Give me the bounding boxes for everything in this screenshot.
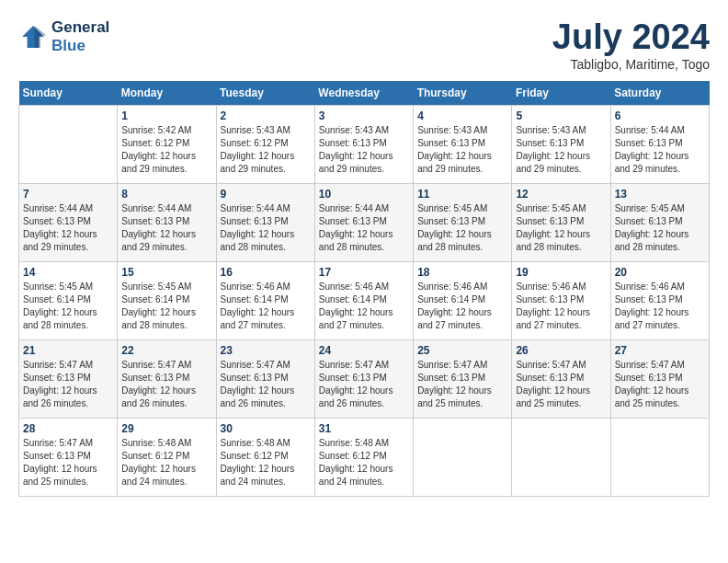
calendar-table: SundayMondayTuesdayWednesdayThursdayFrid… [18, 81, 710, 497]
day-number: 21 [23, 344, 113, 357]
calendar-cell: 29Sunrise: 5:48 AMSunset: 6:12 PMDayligh… [118, 418, 216, 496]
cell-info: Sunrise: 5:45 AMSunset: 6:13 PMDaylight:… [516, 202, 606, 254]
calendar-cell: 26Sunrise: 5:47 AMSunset: 6:13 PMDayligh… [512, 339, 610, 418]
logo-text: General Blue [51, 18, 109, 55]
day-number: 17 [319, 266, 409, 279]
month-title: July 2024 [552, 18, 710, 57]
cell-info: Sunrise: 5:47 AMSunset: 6:13 PMDaylight:… [221, 359, 311, 410]
day-number: 9 [221, 188, 311, 201]
day-number: 3 [319, 109, 409, 122]
calendar-cell: 13Sunrise: 5:45 AMSunset: 6:13 PMDayligh… [610, 183, 709, 261]
cell-info: Sunrise: 5:47 AMSunset: 6:13 PMDaylight:… [615, 359, 705, 410]
calendar-cell: 8Sunrise: 5:44 AMSunset: 6:13 PMDaylight… [118, 183, 216, 261]
cell-info: Sunrise: 5:46 AMSunset: 6:14 PMDaylight:… [417, 281, 507, 332]
cell-info: Sunrise: 5:44 AMSunset: 6:13 PMDaylight:… [221, 202, 311, 254]
cell-info: Sunrise: 5:44 AMSunset: 6:13 PMDaylight:… [319, 202, 409, 254]
calendar-cell: 28Sunrise: 5:47 AMSunset: 6:13 PMDayligh… [19, 418, 118, 496]
calendar-cell: 15Sunrise: 5:45 AMSunset: 6:14 PMDayligh… [118, 261, 216, 339]
logo: General Blue [18, 18, 109, 55]
cell-info: Sunrise: 5:46 AMSunset: 6:14 PMDaylight:… [221, 281, 311, 332]
svg-marker-1 [35, 26, 47, 48]
day-number: 2 [221, 109, 311, 122]
calendar-cell: 9Sunrise: 5:44 AMSunset: 6:13 PMDaylight… [216, 183, 314, 261]
calendar-cell: 6Sunrise: 5:44 AMSunset: 6:13 PMDaylight… [610, 105, 709, 183]
calendar-cell: 1Sunrise: 5:42 AMSunset: 6:12 PMDaylight… [118, 105, 216, 183]
calendar-cell: 20Sunrise: 5:46 AMSunset: 6:13 PMDayligh… [610, 261, 709, 339]
day-number: 29 [121, 422, 211, 435]
calendar-cell: 25Sunrise: 5:47 AMSunset: 6:13 PMDayligh… [414, 339, 512, 418]
day-number: 12 [516, 188, 606, 201]
cell-info: Sunrise: 5:47 AMSunset: 6:13 PMDaylight:… [516, 359, 606, 410]
cell-info: Sunrise: 5:43 AMSunset: 6:13 PMDaylight:… [319, 124, 409, 176]
calendar-week-row: 21Sunrise: 5:47 AMSunset: 6:13 PMDayligh… [19, 339, 710, 418]
calendar-cell: 11Sunrise: 5:45 AMSunset: 6:13 PMDayligh… [414, 183, 512, 261]
calendar-cell: 2Sunrise: 5:43 AMSunset: 6:12 PMDaylight… [216, 105, 314, 183]
day-number: 18 [417, 266, 507, 279]
day-number: 5 [516, 109, 606, 122]
day-number: 25 [417, 344, 507, 357]
calendar-cell: 3Sunrise: 5:43 AMSunset: 6:13 PMDaylight… [314, 105, 413, 183]
weekday-header: Tuesday [216, 81, 314, 106]
day-number: 13 [615, 188, 705, 201]
day-number: 4 [417, 109, 507, 122]
cell-info: Sunrise: 5:47 AMSunset: 6:13 PMDaylight:… [23, 359, 113, 410]
day-number: 14 [23, 266, 113, 279]
cell-info: Sunrise: 5:43 AMSunset: 6:12 PMDaylight:… [221, 124, 311, 176]
cell-info: Sunrise: 5:45 AMSunset: 6:14 PMDaylight:… [23, 281, 113, 332]
calendar-cell: 18Sunrise: 5:46 AMSunset: 6:14 PMDayligh… [414, 261, 512, 339]
weekday-header: Wednesday [314, 81, 413, 106]
cell-info: Sunrise: 5:48 AMSunset: 6:12 PMDaylight:… [121, 437, 211, 488]
day-number: 7 [23, 188, 113, 201]
weekday-header: Saturday [610, 81, 709, 106]
calendar-cell: 31Sunrise: 5:48 AMSunset: 6:12 PMDayligh… [314, 418, 413, 496]
cell-info: Sunrise: 5:47 AMSunset: 6:13 PMDaylight:… [417, 359, 507, 410]
day-number: 26 [516, 344, 606, 357]
cell-info: Sunrise: 5:45 AMSunset: 6:13 PMDaylight:… [615, 202, 705, 254]
day-number: 22 [121, 344, 211, 357]
day-number: 11 [417, 188, 507, 201]
calendar-cell: 17Sunrise: 5:46 AMSunset: 6:14 PMDayligh… [314, 261, 413, 339]
calendar-cell: 23Sunrise: 5:47 AMSunset: 6:13 PMDayligh… [216, 339, 314, 418]
weekday-header: Monday [118, 81, 216, 106]
day-number: 6 [615, 109, 705, 122]
cell-info: Sunrise: 5:48 AMSunset: 6:12 PMDaylight:… [221, 437, 311, 488]
cell-info: Sunrise: 5:42 AMSunset: 6:12 PMDaylight:… [121, 124, 211, 176]
calendar-cell: 27Sunrise: 5:47 AMSunset: 6:13 PMDayligh… [610, 339, 709, 418]
day-number: 20 [615, 266, 705, 279]
cell-info: Sunrise: 5:44 AMSunset: 6:13 PMDaylight:… [23, 202, 113, 254]
cell-info: Sunrise: 5:43 AMSunset: 6:13 PMDaylight:… [516, 124, 606, 176]
calendar-cell: 16Sunrise: 5:46 AMSunset: 6:14 PMDayligh… [216, 261, 314, 339]
cell-info: Sunrise: 5:45 AMSunset: 6:14 PMDaylight:… [121, 281, 211, 332]
calendar-week-row: 14Sunrise: 5:45 AMSunset: 6:14 PMDayligh… [19, 261, 710, 339]
day-number: 23 [221, 344, 311, 357]
calendar-cell: 7Sunrise: 5:44 AMSunset: 6:13 PMDaylight… [19, 183, 118, 261]
cell-info: Sunrise: 5:45 AMSunset: 6:13 PMDaylight:… [417, 202, 507, 254]
day-number: 1 [121, 109, 211, 122]
calendar-cell: 30Sunrise: 5:48 AMSunset: 6:12 PMDayligh… [216, 418, 314, 496]
calendar-cell: 22Sunrise: 5:47 AMSunset: 6:13 PMDayligh… [118, 339, 216, 418]
calendar-cell: 21Sunrise: 5:47 AMSunset: 6:13 PMDayligh… [19, 339, 118, 418]
calendar-cell [19, 105, 118, 183]
day-number: 8 [121, 188, 211, 201]
cell-info: Sunrise: 5:46 AMSunset: 6:13 PMDaylight:… [516, 281, 606, 332]
day-number: 24 [319, 344, 409, 357]
cell-info: Sunrise: 5:47 AMSunset: 6:13 PMDaylight:… [319, 359, 409, 410]
page-header: General Blue July 2024 Tabligbo, Maritim… [18, 18, 710, 72]
cell-info: Sunrise: 5:43 AMSunset: 6:13 PMDaylight:… [417, 124, 507, 176]
location-subtitle: Tabligbo, Maritime, Togo [552, 57, 710, 72]
calendar-cell [610, 418, 709, 496]
calendar-cell: 24Sunrise: 5:47 AMSunset: 6:13 PMDayligh… [314, 339, 413, 418]
cell-info: Sunrise: 5:46 AMSunset: 6:13 PMDaylight:… [615, 281, 705, 332]
cell-info: Sunrise: 5:47 AMSunset: 6:13 PMDaylight:… [23, 437, 113, 488]
cell-info: Sunrise: 5:46 AMSunset: 6:14 PMDaylight:… [319, 281, 409, 332]
day-number: 16 [221, 266, 311, 279]
day-number: 28 [23, 422, 113, 435]
calendar-week-row: 1Sunrise: 5:42 AMSunset: 6:12 PMDaylight… [19, 105, 710, 183]
weekday-header: Thursday [414, 81, 512, 106]
calendar-cell: 4Sunrise: 5:43 AMSunset: 6:13 PMDaylight… [414, 105, 512, 183]
calendar-cell [512, 418, 610, 496]
weekday-header: Sunday [19, 81, 118, 106]
day-number: 19 [516, 266, 606, 279]
day-number: 30 [221, 422, 311, 435]
cell-info: Sunrise: 5:44 AMSunset: 6:13 PMDaylight:… [615, 124, 705, 176]
